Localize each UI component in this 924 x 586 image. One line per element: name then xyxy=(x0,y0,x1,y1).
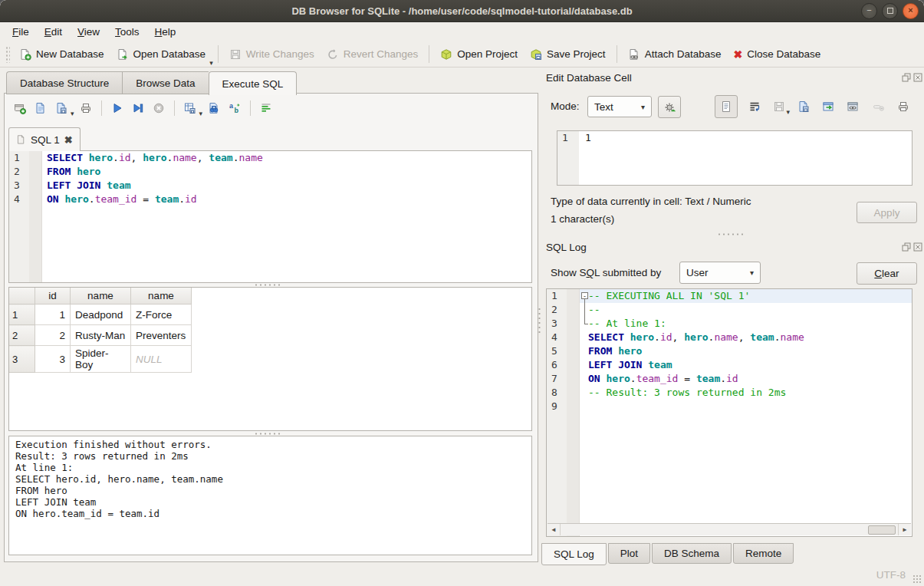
panel-splitter-handle[interactable] xyxy=(538,307,541,333)
sql-toolbar-separator xyxy=(101,100,102,116)
new-sql-tab-button[interactable] xyxy=(11,99,29,117)
sql-toolbar: ▾ ▾ ab xyxy=(11,99,275,117)
results-grid[interactable]: id name name 11DeadpondZ-Force22Rusty-Ma… xyxy=(8,287,532,431)
db-browser-window: DB Browser for SQLite - /home/user/code/… xyxy=(0,0,924,586)
apply-button[interactable]: Apply xyxy=(857,202,917,223)
resize-grip[interactable] xyxy=(912,574,922,584)
table-cell[interactable]: Rusty-Man xyxy=(71,325,131,346)
set-null-button[interactable] xyxy=(870,97,888,116)
corner-header[interactable] xyxy=(9,288,35,305)
save-project-button[interactable]: Save Project xyxy=(524,45,612,64)
format-sql-button[interactable] xyxy=(257,99,275,117)
menu-view[interactable]: View xyxy=(70,24,107,40)
tab-execute-sql[interactable]: Execute SQL xyxy=(209,71,298,95)
toolbar-separator xyxy=(617,45,617,63)
import-data-button[interactable]: ▾ xyxy=(770,97,788,116)
maximize-button[interactable] xyxy=(882,3,898,19)
fold-collapse-icon[interactable]: - xyxy=(581,292,588,299)
execute-line-button[interactable] xyxy=(129,99,147,117)
close-database-button[interactable]: ✖ Close Database xyxy=(727,45,827,64)
column-header-id[interactable]: id xyxy=(35,288,71,305)
open-project-button[interactable]: Open Project xyxy=(434,45,524,64)
execute-all-button[interactable] xyxy=(108,99,127,117)
row-number[interactable]: 2 xyxy=(9,325,35,346)
table-cell[interactable]: Z-Force xyxy=(131,305,192,325)
table-row[interactable]: 11DeadpondZ-Force xyxy=(9,305,192,325)
menu-edit[interactable]: Edit xyxy=(37,24,70,40)
close-panel-icon[interactable] xyxy=(913,73,922,82)
table-cell[interactable]: Preventers xyxy=(131,325,192,346)
new-database-button[interactable]: New Database xyxy=(13,45,110,64)
tab-remote[interactable]: Remote xyxy=(733,543,794,564)
sql1-tab[interactable]: SQL 1 ✖ xyxy=(8,127,81,151)
menu-file[interactable]: File xyxy=(5,24,37,40)
log-filter-select[interactable]: User ▾ xyxy=(679,262,761,284)
menu-tools[interactable]: Tools xyxy=(107,24,147,40)
tab-sql-log[interactable]: SQL Log xyxy=(541,543,607,565)
table-cell[interactable]: NULL xyxy=(131,346,192,373)
mode-select[interactable]: Text ▾ xyxy=(587,96,652,117)
scroll-left-arrow[interactable]: ◀ xyxy=(547,524,561,535)
row-number[interactable]: 1 xyxy=(9,305,35,325)
float-panel-icon[interactable] xyxy=(902,73,911,82)
save-as-icon xyxy=(797,100,810,113)
text-mode-button[interactable] xyxy=(715,95,738,118)
save-results-dropdown[interactable]: ▾ xyxy=(199,110,203,117)
scroll-right-arrow[interactable]: ▶ xyxy=(898,524,911,535)
log-horizontal-scrollbar[interactable]: ◀ ▶ xyxy=(547,523,911,535)
save-results-button[interactable] xyxy=(181,99,199,117)
open-in-browser-button[interactable] xyxy=(843,97,862,116)
sql-log-view[interactable]: 1--- EXECUTING ALL IN 'SQL 1'2--3-- At l… xyxy=(546,288,912,537)
table-cell[interactable]: 3 xyxy=(35,346,71,373)
tab-database-structure[interactable]: Database Structure xyxy=(6,71,122,94)
minimize-button[interactable]: − xyxy=(861,3,877,19)
tab-browse-data[interactable]: Browse Data xyxy=(122,71,208,94)
table-row[interactable]: 33Spider-BoyNULL xyxy=(9,346,192,373)
tab-db-schema[interactable]: DB Schema xyxy=(652,543,732,564)
save-as-button[interactable] xyxy=(794,97,813,116)
sql-editor-line: 4ON hero.team_id = team.id xyxy=(9,193,531,206)
open-sql-file-button[interactable] xyxy=(31,99,50,117)
table-row[interactable]: 22Rusty-ManPreventers xyxy=(9,325,192,346)
print-cell-button[interactable] xyxy=(894,97,912,116)
float-panel-icon[interactable] xyxy=(902,242,911,252)
sql-editor[interactable]: 1SELECT hero.id, hero.name, team.name2FR… xyxy=(8,150,532,283)
write-changes-button[interactable]: Write Changes xyxy=(223,45,321,64)
clear-log-button[interactable]: Clear xyxy=(857,262,917,285)
print-icon xyxy=(897,100,909,113)
attach-database-button[interactable]: Attach Database xyxy=(622,45,728,64)
stop-button[interactable] xyxy=(150,99,168,117)
scrollbar-thumb[interactable] xyxy=(868,525,896,535)
menu-help[interactable]: Help xyxy=(147,24,184,40)
execution-message[interactable]: Execution finished without errors. Resul… xyxy=(8,436,532,555)
titlebar[interactable]: DB Browser for SQLite - /home/user/code/… xyxy=(0,0,924,22)
revert-changes-button[interactable]: Revert Changes xyxy=(321,45,425,64)
save-sql-dropdown[interactable]: ▾ xyxy=(71,110,74,117)
set-null-icon xyxy=(873,100,885,113)
table-cell[interactable]: 2 xyxy=(35,325,71,346)
cell-value-editor[interactable]: 11 xyxy=(557,130,912,186)
execute-line-icon xyxy=(132,102,144,114)
toolbar-handle[interactable] xyxy=(5,46,10,63)
splitter-handle[interactable] xyxy=(717,232,743,236)
tab-plot[interactable]: Plot xyxy=(608,543,650,564)
table-cell[interactable]: Deadpond xyxy=(71,305,131,325)
replace-button[interactable]: ab xyxy=(225,99,244,117)
print-sql-button[interactable] xyxy=(77,99,95,117)
table-cell[interactable]: 1 xyxy=(35,305,71,325)
apply-format-button[interactable] xyxy=(658,96,681,118)
find-button[interactable] xyxy=(205,99,223,117)
column-header-name1[interactable]: name xyxy=(71,288,131,305)
close-button[interactable]: × xyxy=(903,3,919,19)
sql1-tab-label: SQL 1 xyxy=(31,134,60,146)
row-number[interactable]: 3 xyxy=(9,346,35,373)
column-header-name2[interactable]: name xyxy=(131,288,192,305)
close-panel-icon[interactable] xyxy=(913,242,922,252)
table-cell[interactable]: Spider-Boy xyxy=(71,346,131,373)
sql1-tab-close-icon[interactable]: ✖ xyxy=(64,135,73,145)
open-database-button[interactable]: Open Database xyxy=(110,45,212,64)
save-sql-file-button[interactable] xyxy=(52,99,71,117)
export-button[interactable] xyxy=(819,97,837,116)
word-wrap-button[interactable] xyxy=(745,97,764,116)
open-database-dropdown[interactable]: ▾ xyxy=(209,59,213,67)
